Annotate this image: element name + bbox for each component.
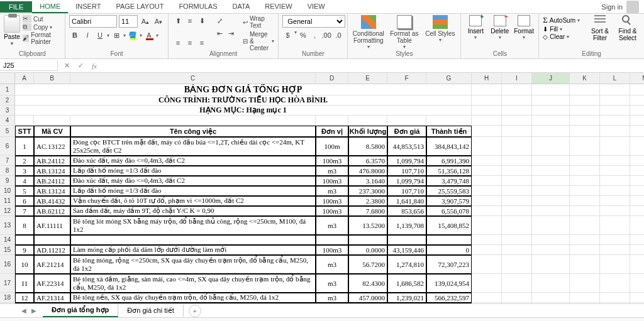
row-header[interactable]: 15 — [0, 245, 15, 255]
data-cell[interactable] — [630, 176, 644, 186]
header-cell[interactable] — [630, 126, 644, 137]
data-cell[interactable]: 1 — [15, 137, 34, 156]
currency-button[interactable]: $ — [282, 30, 292, 41]
autosum-button[interactable]: ΣAutoSum▾ — [543, 15, 580, 25]
data-cell[interactable] — [502, 274, 532, 293]
sheet-tab-active[interactable]: Đơn giá tổng hợp — [43, 304, 118, 317]
font-size-select[interactable] — [119, 15, 138, 28]
data-cell[interactable]: AB.13124 — [34, 186, 70, 196]
percent-button[interactable]: % — [298, 30, 308, 41]
tab-review[interactable]: REVIEW — [257, 1, 299, 13]
add-sheet-button[interactable]: + — [189, 305, 201, 317]
data-cell[interactable] — [70, 235, 316, 245]
tab-home[interactable]: HOME — [32, 1, 68, 13]
clear-button[interactable]: ◇Clear▾ — [543, 33, 580, 40]
data-cell[interactable]: 9 — [15, 245, 34, 255]
data-cell[interactable] — [600, 206, 630, 216]
data-cell[interactable] — [502, 235, 532, 245]
merge-center-button[interactable]: ⊟Merge & Center▾ — [243, 31, 274, 52]
row-header[interactable]: 8 — [0, 166, 15, 176]
data-cell[interactable]: 5 — [15, 186, 34, 196]
cell[interactable] — [630, 106, 644, 116]
row-header[interactable]: 17 — [0, 274, 15, 293]
data-cell[interactable] — [600, 156, 630, 166]
header-cell[interactable] — [502, 126, 532, 137]
col-header-K[interactable]: K — [570, 73, 600, 84]
data-cell[interactable]: 6,556,078 — [426, 206, 472, 216]
cell[interactable] — [34, 116, 70, 126]
data-cell[interactable] — [472, 235, 502, 245]
data-cell[interactable] — [570, 245, 600, 255]
data-cell[interactable]: 100m3 — [316, 206, 348, 216]
data-cell[interactable]: Vận chuyển đất, ô tô 10T tự đổ, phạm vi … — [70, 196, 316, 206]
data-cell[interactable] — [600, 166, 630, 176]
row-header[interactable]: 3 — [0, 106, 15, 116]
col-header-H[interactable]: H — [472, 73, 502, 84]
cell[interactable] — [15, 116, 34, 126]
row-header[interactable]: 11 — [0, 196, 15, 206]
wrap-text-button[interactable]: ↩Wrap Text — [243, 15, 274, 29]
cell[interactable] — [502, 116, 532, 126]
data-cell[interactable]: Bê tông xà dầm, giằng, sàn mái, cao <=4m… — [70, 274, 316, 293]
data-cell[interactable]: 100m3 — [316, 176, 348, 186]
col-header-B[interactable]: B — [34, 73, 70, 84]
data-cell[interactable] — [532, 235, 570, 245]
cell[interactable] — [630, 95, 644, 106]
data-cell[interactable]: AF.21214 — [34, 255, 70, 274]
data-cell[interactable]: 11 — [15, 274, 34, 293]
data-cell[interactable]: 25,559,583 — [426, 186, 472, 196]
data-cell[interactable]: 12 — [15, 293, 34, 303]
data-cell[interactable]: 2 — [15, 156, 34, 166]
data-cell[interactable]: 107,710 — [387, 166, 426, 176]
align-right-button[interactable]: ≡ — [196, 37, 208, 48]
title-cell[interactable]: BẢNG ĐƠN GIÁ TỔNG HỢP — [15, 84, 472, 95]
data-cell[interactable]: Bê tông cột TD <=0,1m2, cao <=4m, SX qua… — [70, 303, 316, 303]
data-cell[interactable] — [426, 235, 472, 245]
data-cell[interactable]: AF.22214 — [34, 303, 70, 303]
row-header[interactable]: 4 — [0, 116, 15, 126]
sheet-area[interactable]: 12345678910111213141516171819 ABCDEFGHIJ… — [0, 73, 644, 303]
data-cell[interactable] — [630, 186, 644, 196]
data-cell[interactable]: 3,479,748 — [426, 176, 472, 186]
data-cell[interactable] — [502, 303, 532, 303]
data-cell[interactable] — [502, 186, 532, 196]
align-left-button[interactable]: ≡ — [172, 37, 184, 48]
border-button[interactable]: ⊞ — [111, 30, 122, 41]
title-cell[interactable]: CÔNG TRÌNH: TRƯỜNG TIỂU HỌC HÒA BÌNH. — [15, 95, 472, 106]
fill-color-button[interactable]: 🪣 — [127, 30, 138, 41]
cell[interactable] — [600, 106, 630, 116]
align-top-button[interactable]: ⬆ — [172, 15, 184, 26]
data-cell[interactable] — [532, 293, 570, 303]
col-header-E[interactable]: E — [348, 73, 387, 84]
data-cell[interactable] — [630, 235, 644, 245]
data-cell[interactable]: 1,274,810 — [387, 255, 426, 274]
format-cell-button[interactable]: Format▾ — [513, 15, 535, 40]
data-cell[interactable] — [600, 274, 630, 293]
data-cell[interactable]: 10,121,510 — [426, 303, 472, 303]
data-cell[interactable]: m3 — [316, 216, 348, 235]
header-cell[interactable] — [600, 126, 630, 137]
data-cell[interactable]: m3 — [316, 303, 348, 303]
cell[interactable] — [600, 116, 630, 126]
data-cell[interactable] — [600, 245, 630, 255]
data-cell[interactable] — [532, 216, 570, 235]
row-header[interactable]: 13 — [0, 216, 15, 235]
data-cell[interactable]: AD.11212 — [34, 245, 70, 255]
data-cell[interactable] — [472, 303, 502, 303]
data-cell[interactable]: 2.3800 — [348, 196, 387, 206]
underline-button[interactable]: U — [94, 30, 106, 41]
data-cell[interactable] — [34, 235, 70, 245]
data-cell[interactable]: 13 — [15, 303, 34, 303]
cell[interactable] — [472, 84, 502, 95]
data-cell[interactable] — [532, 137, 570, 156]
data-cell[interactable]: 0 — [426, 245, 472, 255]
cell[interactable] — [570, 116, 600, 126]
data-cell[interactable]: AF.22314 — [34, 274, 70, 293]
data-cell[interactable]: Bê tông lót móng SX bằng máy trộn, đổ bằ… — [70, 216, 316, 235]
prev-sheet-button[interactable]: ◀ — [21, 307, 26, 314]
increase-font-button[interactable]: A▴ — [140, 16, 151, 27]
data-cell[interactable]: 7 — [15, 206, 34, 216]
data-cell[interactable] — [532, 186, 570, 196]
data-cell[interactable] — [630, 156, 644, 166]
cell[interactable] — [387, 116, 426, 126]
